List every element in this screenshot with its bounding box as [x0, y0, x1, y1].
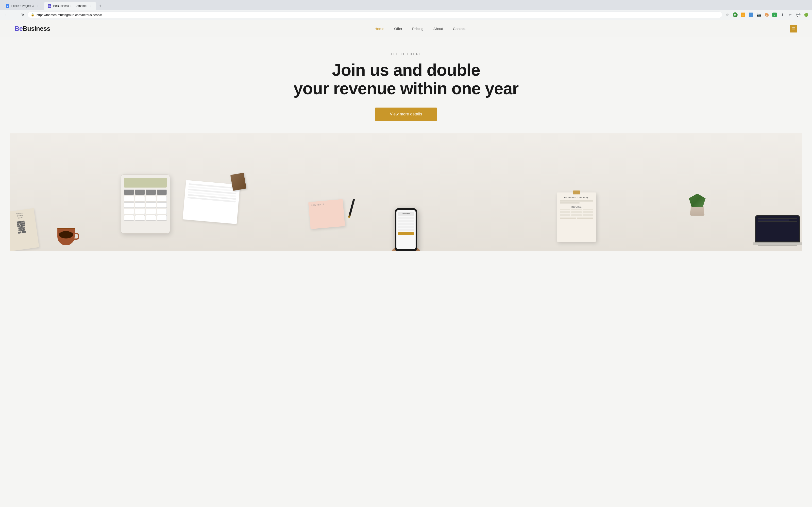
nav-menu: Home Offer Pricing About Contact: [374, 26, 466, 31]
nav-item-home[interactable]: Home: [374, 26, 384, 31]
browser-chrome: L Leslie's Project 3 ✕ Be BeBusiness 3 –…: [0, 0, 812, 20]
laptop-screen: [755, 215, 800, 242]
phone-hand: Pay Invoice: [395, 208, 417, 251]
tab-2-favicon: Be: [48, 4, 51, 8]
invoice-cell: [560, 212, 570, 213]
invoice-total-cell: [560, 218, 576, 219]
laptop-content: [756, 216, 799, 224]
toolbar-actions: ☆ 16 ⌂ T 📷 🎨 G ⬇ ✂ 💬 🟢: [724, 11, 810, 18]
tab-2-label: BeBusiness 3 – Betheme: [53, 4, 87, 8]
hero-cta-button[interactable]: View more details: [375, 108, 437, 121]
invoice-title: Business Company: [560, 196, 593, 199]
coffee-cup-body: [57, 228, 74, 245]
extension-icon-camera[interactable]: 📷: [755, 11, 762, 18]
hero-title-line2: your revenue within one year: [294, 79, 519, 98]
invoice-row: [560, 209, 593, 210]
extension-icon-2[interactable]: T: [748, 11, 754, 18]
desk-scene: The DailyBusinessReview ████ ███ ██ ████…: [10, 133, 802, 251]
invoice-total-cell: [577, 218, 593, 219]
extension-icon-5[interactable]: 🟢: [803, 11, 810, 18]
phone-screen: Pay Invoice: [396, 210, 416, 249]
hero-section: HELLO THERE Join us and double your reve…: [0, 38, 812, 251]
phone-form-row: [398, 217, 414, 219]
extension-icon-color[interactable]: 🎨: [763, 11, 770, 18]
calc-btn: [146, 215, 156, 221]
invoice-row: [560, 214, 593, 215]
calc-btn: [146, 209, 156, 214]
tab-1[interactable]: L Leslie's Project 3 ✕: [2, 2, 43, 10]
invoice-cell: [560, 209, 570, 210]
laptop-line: [758, 218, 797, 219]
logo-prefix: Be: [15, 25, 23, 32]
invoice-row: [560, 211, 593, 212]
hero-title-line1: Join us and double: [332, 61, 480, 79]
coffee-cup: [57, 228, 74, 245]
invoice-clipboard: Business Company INVOICE: [557, 192, 596, 242]
invoice-cell: [571, 209, 582, 210]
nav-extra-button[interactable]: ☰: [790, 25, 797, 33]
extension-icon-3[interactable]: ✂: [787, 11, 794, 18]
browser-toolbar: ← → ↻ 🔒 https://themes.muffingroup.com/b…: [0, 10, 812, 20]
hero-subtitle: HELLO THERE: [10, 52, 802, 56]
invoice-row: [560, 212, 593, 213]
address-bar[interactable]: 🔒 https://themes.muffingroup.com/be/busi…: [28, 11, 722, 18]
calc-btn: [135, 196, 145, 201]
calculator-buttons: [124, 189, 167, 221]
website-content: BeBusiness Home Offer Pricing About Cont…: [0, 20, 812, 507]
calc-btn: [146, 202, 156, 208]
tab-1-close[interactable]: ✕: [36, 4, 39, 8]
calculator: [121, 174, 170, 234]
tab-2-close[interactable]: ✕: [89, 4, 92, 8]
invoice-cell: [582, 212, 593, 213]
invoice-cell: [571, 215, 582, 216]
tab-2[interactable]: Be BeBusiness 3 – Betheme ✕: [44, 2, 96, 10]
invoice-cell: [571, 214, 582, 215]
newspaper-text: The DailyBusinessReview ████ ███ ██ ████…: [10, 211, 35, 235]
extension-icon-4[interactable]: 💬: [795, 11, 802, 18]
nav-item-contact[interactable]: Contact: [453, 26, 466, 31]
invoice-totals: [560, 218, 593, 219]
plant-body: [688, 194, 707, 207]
coffee-handle: [74, 233, 79, 240]
phone-pay-button: [398, 232, 414, 235]
calc-btn: [135, 215, 145, 221]
calc-btn: [157, 196, 167, 201]
laptop-line: [758, 221, 797, 222]
cashbook: CASHBOOK: [309, 201, 344, 228]
laptop-line: [758, 220, 789, 221]
plant-container: [687, 194, 707, 216]
extension-icon-puzzle[interactable]: G: [771, 11, 778, 18]
laptop-keyboard: [753, 242, 802, 245]
logo-suffix: Business: [23, 25, 50, 32]
reload-button[interactable]: ↻: [19, 11, 26, 18]
download-icon[interactable]: ⬇: [779, 11, 786, 18]
cashbook-body: CASHBOOK: [308, 199, 345, 229]
nav-item-about[interactable]: About: [433, 26, 443, 31]
invoice-cell: [582, 211, 593, 212]
calculator-body: [121, 174, 170, 234]
invoice-cell: [560, 211, 570, 212]
hero-title: Join us and double your revenue within o…: [10, 61, 802, 98]
clipboard-clip: [573, 190, 580, 194]
back-button[interactable]: ←: [2, 11, 9, 18]
phone-screen-header: Pay Invoice: [398, 212, 414, 216]
invoice-line: [560, 200, 593, 202]
calc-btn: [124, 202, 134, 208]
plant: [687, 194, 707, 216]
invoice-body: INVOICE: [560, 206, 593, 219]
lock-icon: 🔒: [31, 13, 35, 16]
nav-item-pricing[interactable]: Pricing: [412, 26, 423, 31]
calc-btn: [157, 202, 167, 208]
laptop: [753, 215, 802, 245]
phone-device: Pay Invoice: [395, 208, 417, 251]
extension-icon-1[interactable]: ⌂: [740, 11, 747, 18]
bookmark-star-icon[interactable]: ☆: [724, 11, 731, 18]
forward-button[interactable]: →: [11, 11, 18, 18]
phone-form-row: [398, 223, 414, 225]
nav-item-offer[interactable]: Offer: [394, 26, 402, 31]
clipboard-body: Business Company INVOICE: [557, 192, 596, 242]
new-tab-button[interactable]: +: [97, 2, 104, 9]
profile-icon[interactable]: 16: [732, 11, 739, 18]
calc-btn: [124, 209, 134, 214]
invoice-cell: [582, 214, 593, 215]
